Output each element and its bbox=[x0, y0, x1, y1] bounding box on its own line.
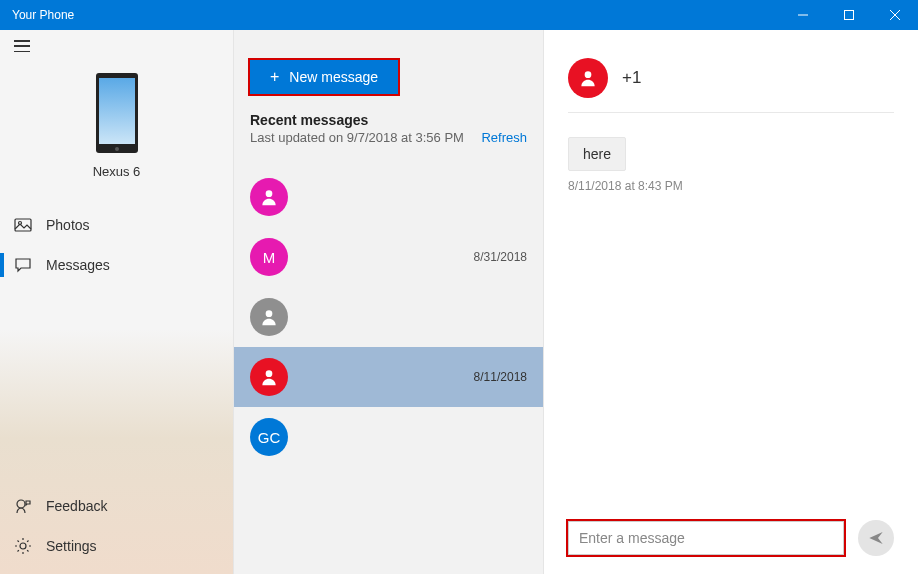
conversation-item[interactable]: 8/11/2018 bbox=[234, 347, 543, 407]
phone-name: Nexus 6 bbox=[0, 164, 233, 179]
plus-icon: + bbox=[270, 68, 279, 86]
person-icon bbox=[259, 307, 279, 327]
message-time: 8/11/2018 at 8:43 PM bbox=[568, 179, 894, 193]
conversation-list: M8/31/20188/11/2018GC bbox=[234, 167, 543, 467]
conversation-list-panel: + New message Recent messages Last updat… bbox=[234, 30, 544, 574]
photo-icon bbox=[14, 216, 32, 234]
conversation-item[interactable] bbox=[234, 287, 543, 347]
svg-point-11 bbox=[266, 190, 273, 197]
person-icon bbox=[578, 68, 598, 88]
svg-point-13 bbox=[266, 370, 273, 377]
nav-list: Photos Messages bbox=[0, 205, 233, 486]
app-title: Your Phone bbox=[12, 8, 780, 22]
svg-point-12 bbox=[266, 310, 273, 317]
avatar: M bbox=[250, 238, 288, 276]
contact-header: +1 bbox=[568, 58, 894, 113]
sidebar-item-messages[interactable]: Messages bbox=[0, 245, 233, 285]
close-button[interactable] bbox=[872, 0, 918, 30]
conversation-date: 8/31/2018 bbox=[474, 250, 527, 264]
svg-rect-5 bbox=[99, 78, 135, 144]
compose-row bbox=[568, 514, 894, 562]
avatar: GC bbox=[250, 418, 288, 456]
gear-icon bbox=[14, 537, 32, 555]
svg-point-10 bbox=[20, 543, 26, 549]
titlebar: Your Phone bbox=[0, 0, 918, 30]
contact-number: +1 bbox=[622, 68, 641, 88]
maximize-button[interactable] bbox=[826, 0, 872, 30]
chat-icon bbox=[14, 256, 32, 274]
svg-rect-1 bbox=[845, 11, 854, 20]
person-icon bbox=[259, 187, 279, 207]
hamburger-icon bbox=[14, 40, 30, 52]
avatar bbox=[250, 298, 288, 336]
hamburger-button[interactable] bbox=[0, 30, 233, 62]
window-controls bbox=[780, 0, 918, 30]
message-panel: +1 here 8/11/2018 at 8:43 PM bbox=[544, 30, 918, 574]
sidebar: Nexus 6 Photos Messages bbox=[0, 30, 234, 574]
refresh-link[interactable]: Refresh bbox=[481, 130, 527, 145]
svg-point-14 bbox=[585, 71, 592, 78]
svg-point-6 bbox=[115, 147, 119, 151]
nav-label: Feedback bbox=[46, 498, 107, 514]
nav-label: Photos bbox=[46, 217, 90, 233]
sidebar-item-settings[interactable]: Settings bbox=[0, 526, 233, 566]
sidebar-item-photos[interactable]: Photos bbox=[0, 205, 233, 245]
message-input[interactable] bbox=[568, 521, 844, 555]
new-message-button[interactable]: + New message bbox=[250, 60, 398, 94]
minimize-button[interactable] bbox=[780, 0, 826, 30]
nav-label: Settings bbox=[46, 538, 97, 554]
feedback-icon bbox=[14, 497, 32, 515]
recent-messages-title: Recent messages bbox=[250, 112, 527, 128]
conversation-item[interactable]: M8/31/2018 bbox=[234, 227, 543, 287]
avatar bbox=[250, 178, 288, 216]
nav-label: Messages bbox=[46, 257, 110, 273]
avatar bbox=[250, 358, 288, 396]
messages-area: here 8/11/2018 at 8:43 PM bbox=[568, 113, 894, 514]
sidebar-bottom: Feedback Settings bbox=[0, 486, 233, 574]
message-bubble: here bbox=[568, 137, 626, 171]
send-button[interactable] bbox=[858, 520, 894, 556]
svg-rect-7 bbox=[15, 219, 31, 231]
conversation-item[interactable] bbox=[234, 167, 543, 227]
phone-icon bbox=[95, 72, 139, 154]
contact-avatar bbox=[568, 58, 608, 98]
person-icon bbox=[259, 367, 279, 387]
conversation-item[interactable]: GC bbox=[234, 407, 543, 467]
send-icon bbox=[868, 530, 884, 546]
sidebar-item-feedback[interactable]: Feedback bbox=[0, 486, 233, 526]
last-updated: Last updated on 9/7/2018 at 3:56 PM bbox=[250, 130, 464, 145]
conversation-date: 8/11/2018 bbox=[474, 370, 527, 384]
svg-point-9 bbox=[17, 500, 25, 508]
new-message-label: New message bbox=[289, 69, 378, 85]
phone-preview: Nexus 6 bbox=[0, 62, 233, 191]
